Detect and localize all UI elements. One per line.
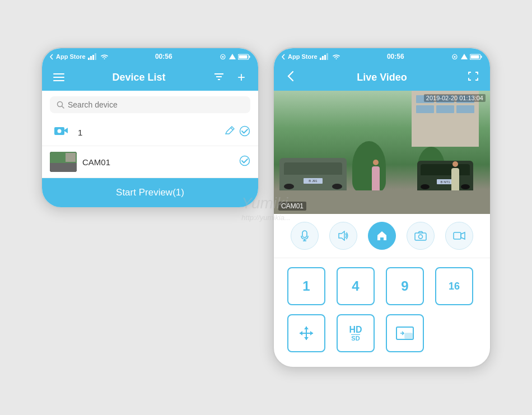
svg-line-16 [62, 106, 64, 109]
layout-buttons-row: 1 4 9 16 [287, 267, 477, 305]
svg-rect-23 [50, 163, 77, 172]
svg-rect-36 [302, 231, 307, 237]
status-right-left [219, 54, 250, 60]
action-buttons-row: HD SD [287, 314, 477, 352]
nav-right-icons: + [211, 69, 249, 85]
layout-1-button[interactable]: 1 [287, 267, 325, 305]
device-item-cam01[interactable]: CAM01 [42, 146, 258, 178]
speaker-svg [338, 231, 349, 241]
car-1: B J91 [279, 158, 347, 192]
fullscreen-icon[interactable] [465, 71, 481, 84]
car1-top [284, 162, 342, 175]
pip-svg [396, 327, 414, 340]
car1-wheel-l [284, 184, 294, 189]
hd-sd-label: HD SD [349, 325, 362, 342]
left-phone: App Store 00:56 [41, 47, 259, 208]
car2-top [421, 164, 470, 175]
cam01-thumb-svg [50, 152, 77, 172]
status-left-right: App Store [282, 53, 340, 60]
back-chevron-svg [287, 71, 294, 82]
status-right-right [451, 54, 482, 60]
svg-line-20 [231, 128, 233, 130]
signal-arrow-icon-right [461, 54, 468, 59]
status-bar-left: App Store 00:56 [42, 48, 258, 64]
edit-icon[interactable] [225, 126, 235, 139]
filter-icon[interactable] [211, 71, 227, 84]
svg-marker-39 [339, 231, 344, 240]
mic-svg [300, 230, 309, 241]
layout-4-button[interactable]: 4 [337, 267, 375, 305]
signal-arrow-icon [229, 54, 236, 59]
grid-section: 1 4 9 16 [274, 258, 490, 367]
check-circle-icon-2[interactable] [239, 155, 250, 169]
cam01-name: CAM01 [82, 157, 234, 167]
svg-rect-8 [239, 55, 247, 58]
layout-16-label: 16 [449, 281, 460, 292]
back-button[interactable] [283, 71, 298, 85]
start-preview-button[interactable]: Start Preview(1) [42, 178, 258, 207]
check-circle-svg-2 [239, 155, 250, 166]
video-feed: B J91 B NT1 2019-02-20 01:13:04 [274, 91, 490, 214]
search-input[interactable] [68, 100, 244, 109]
record-svg [453, 231, 465, 240]
person-2-head [452, 161, 458, 167]
svg-marker-43 [461, 232, 465, 239]
window-5 [436, 105, 454, 113]
svg-point-31 [454, 56, 455, 58]
wifi-icon-right [332, 54, 340, 60]
hd-sd-button[interactable]: HD SD [337, 314, 375, 352]
svg-rect-30 [326, 53, 328, 60]
svg-rect-35 [470, 55, 479, 58]
nav-bar-right: Live Video [274, 64, 490, 91]
layout-9-button[interactable]: 9 [386, 267, 424, 305]
svg-marker-32 [461, 54, 468, 59]
video-cam-label: CAM01 [278, 202, 306, 211]
status-bar-right: App Store 00:56 [274, 48, 490, 64]
back-chevron-icon [50, 54, 54, 60]
signal-icon-right [320, 53, 330, 60]
layout-16-button[interactable]: 16 [435, 267, 473, 305]
car2-wheel-r [461, 184, 470, 189]
person-2-body [451, 168, 459, 192]
svg-rect-0 [88, 58, 90, 60]
window-6 [456, 105, 474, 113]
record-button[interactable] [445, 222, 473, 250]
snapshot-button[interactable] [407, 222, 435, 250]
svg-marker-5 [229, 54, 236, 59]
home-svg [376, 230, 388, 241]
speaker-button[interactable] [329, 222, 357, 250]
snapshot-svg [414, 231, 427, 241]
pip-button[interactable] [386, 314, 424, 352]
car1-wheel-r [332, 184, 342, 189]
car-2: B NT1 [417, 161, 473, 192]
svg-rect-2 [92, 55, 94, 60]
nav-title-left: Device List [67, 72, 211, 83]
check-circle-icon-1[interactable] [239, 125, 250, 139]
device-item-group[interactable]: 1 [42, 119, 258, 146]
layout-1-label: 1 [302, 278, 310, 294]
svg-marker-18 [64, 128, 68, 133]
svg-rect-45 [405, 333, 412, 338]
control-row [274, 214, 490, 258]
svg-rect-11 [53, 80, 64, 81]
mic-button[interactable] [291, 222, 319, 250]
svg-rect-42 [454, 232, 461, 239]
filter-svg [213, 72, 225, 81]
ptz-button[interactable] [287, 314, 325, 352]
search-bar [50, 96, 250, 113]
device-cam01-actions [239, 155, 250, 169]
svg-rect-40 [415, 233, 426, 240]
home-button[interactable] [368, 222, 396, 250]
svg-point-4 [222, 56, 223, 58]
svg-rect-10 [53, 77, 64, 78]
fullscreen-svg [467, 71, 479, 81]
window-4 [416, 105, 434, 113]
app-store-label-right: App Store [288, 53, 318, 60]
add-icon[interactable]: + [234, 69, 249, 85]
svg-rect-25 [66, 153, 76, 162]
signal-icon [88, 53, 98, 60]
time-left: 00:56 [155, 53, 172, 60]
right-phone: App Store 00:56 [273, 47, 491, 368]
menu-icon[interactable] [51, 71, 67, 84]
search-icon [57, 101, 64, 109]
